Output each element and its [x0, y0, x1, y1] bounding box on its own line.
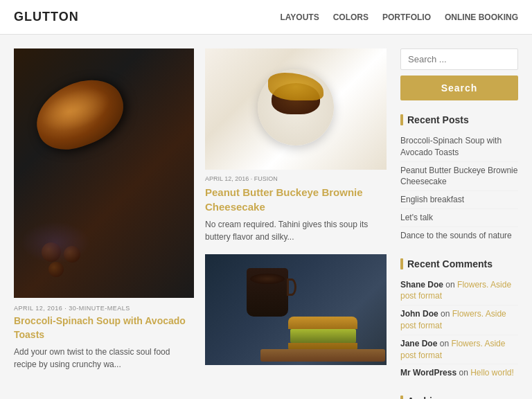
comment-action: on: [441, 309, 452, 319]
bottom-right-post-image[interactable]: [205, 254, 387, 365]
comment-author: Mr WordPress: [400, 368, 456, 378]
accent-bar-2: [400, 258, 403, 269]
comment-link[interactable]: Hello world!: [470, 368, 514, 378]
main-nav: LAYOUTS COLORS PORTFOLIO ONLINE BOOKING: [280, 12, 518, 22]
accent-bar: [400, 114, 403, 125]
search-button[interactable]: Search: [400, 76, 518, 100]
recent-comments-list: Shane Doe on Flowers. Aside post format …: [400, 276, 518, 382]
top-right-post-meta: APRIL 12, 2016 · FUSION: [205, 170, 387, 185]
recent-post-item[interactable]: Dance to the sounds of nature: [400, 227, 518, 245]
archives-section-title: Archives: [400, 396, 518, 399]
site-logo[interactable]: GLUTTON: [14, 10, 79, 24]
food-plate-bg: [205, 48, 387, 170]
comment-author: John Doe: [400, 309, 438, 319]
recent-post-item[interactable]: Peanut Butter Buckeye Brownie Cheesecake: [400, 162, 518, 192]
archives-label: Archives: [407, 396, 448, 399]
left-post-image[interactable]: [14, 48, 194, 298]
top-right-post: APRIL 12, 2016 · FUSION Peanut Butter Bu…: [205, 48, 387, 243]
nav-layouts[interactable]: LAYOUTS: [280, 12, 319, 22]
recent-posts-section-title: Recent Posts: [400, 114, 518, 125]
left-featured-post: APRIL 12, 2016 · 30-MINUTE-MEALS Broccol…: [14, 48, 194, 399]
nav-colors[interactable]: COLORS: [333, 12, 369, 22]
sidebar: Search Recent Posts Broccoli-Spinach Sou…: [400, 48, 518, 399]
recent-comments-section-title: Recent Comments: [400, 258, 518, 269]
bottom-right-post: [205, 254, 387, 365]
left-post-image-bg: [14, 48, 194, 298]
bread-decoration: [27, 69, 133, 159]
search-input[interactable]: [400, 48, 518, 70]
comment-action: on: [440, 339, 452, 348]
comment-author: Shane Doe: [400, 280, 443, 290]
content-area: APRIL 12, 2016 · 30-MINUTE-MEALS Broccol…: [14, 48, 387, 399]
comment-item: John Doe on Flowers. Aside post format: [400, 305, 518, 335]
recent-posts-list: Broccoli-Spinach Soup with Avocado Toast…: [400, 132, 518, 245]
nav-online-booking[interactable]: ONLINE BOOKING: [445, 12, 518, 22]
sandwich-fill: [290, 329, 356, 343]
flower-decoration: [21, 222, 90, 263]
nav-portfolio[interactable]: PORTFOLIO: [382, 12, 431, 22]
top-right-post-title[interactable]: Peanut Butter Buckeye Brownie Cheesecake: [205, 185, 387, 214]
sandwich-bread-top: [288, 317, 357, 329]
top-right-post-excerpt: No cream required. Tahini gives this sou…: [205, 218, 387, 243]
comment-action: on: [459, 368, 470, 378]
comment-action: on: [445, 280, 454, 290]
comment-author: Jane Doe: [400, 339, 437, 348]
comment-item: Shane Doe on Flowers. Aside post format: [400, 276, 518, 306]
comment-item: Mr WordPress on Hello world!: [400, 364, 518, 382]
left-post-meta: APRIL 12, 2016 · 30-MINUTE-MEALS: [14, 298, 194, 314]
recent-post-item[interactable]: Broccoli-Spinach Soup with Avocado Toast…: [400, 132, 518, 162]
left-post-title[interactable]: Broccoli-Spinach Soup with Avocado Toast…: [14, 314, 194, 342]
recent-posts-label: Recent Posts: [407, 114, 469, 125]
right-posts-column: APRIL 12, 2016 · FUSION Peanut Butter Bu…: [205, 48, 387, 399]
cup-handle: [287, 278, 296, 296]
main-container: APRIL 12, 2016 · 30-MINUTE-MEALS Broccol…: [0, 35, 532, 399]
site-header: GLUTTON LAYOUTS COLORS PORTFOLIO ONLINE …: [0, 0, 532, 35]
recent-comments-label: Recent Comments: [407, 258, 493, 269]
recent-post-item[interactable]: Let's talk: [400, 209, 518, 227]
coffee-cup: [247, 268, 288, 317]
comment-item: Jane Doe on Flowers. Aside post format: [400, 335, 518, 365]
recent-post-item[interactable]: English breakfast: [400, 191, 518, 209]
left-post-excerpt: Add your own twist to the classic soul f…: [14, 346, 194, 371]
wood-board: [260, 349, 385, 362]
accent-bar-3: [400, 396, 403, 399]
coffee-bg: [205, 254, 387, 365]
ball-3: [48, 262, 64, 277]
top-right-post-image[interactable]: [205, 48, 387, 170]
